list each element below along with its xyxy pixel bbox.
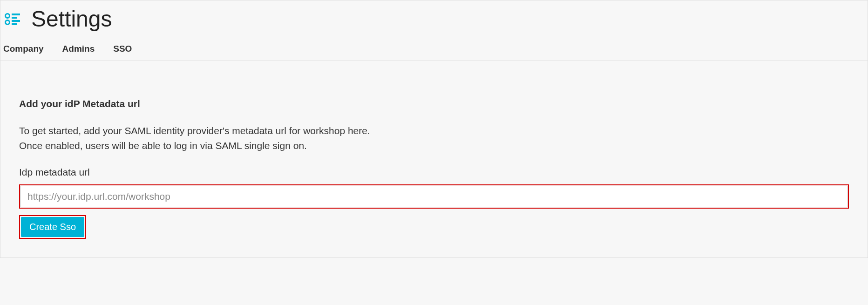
svg-point-0 — [6, 14, 10, 18]
svg-rect-2 — [12, 14, 20, 15]
section-title: Add your idP Metadata url — [19, 98, 849, 109]
content-area: Add your idP Metadata url To get started… — [0, 61, 868, 258]
tabs: Company Admins SSO — [0, 35, 868, 61]
page-title: Settings — [31, 6, 112, 32]
description-line-2: Once enabled, users will be able to log … — [19, 138, 849, 153]
svg-rect-3 — [12, 17, 17, 19]
description-text: To get started, add your SAML identity p… — [19, 123, 849, 153]
tab-company[interactable]: Company — [3, 44, 44, 54]
svg-point-1 — [6, 20, 10, 24]
description-line-1: To get started, add your SAML identity p… — [19, 123, 849, 138]
field-label: Idp metadata url — [19, 167, 849, 178]
idp-metadata-url-input[interactable] — [20, 186, 848, 207]
tab-sso[interactable]: SSO — [113, 44, 132, 54]
input-highlight-wrapper — [19, 184, 849, 209]
button-highlight-wrapper: Create Sso — [19, 215, 86, 239]
create-sso-button[interactable]: Create Sso — [21, 217, 84, 237]
settings-page: Settings Company Admins SSO Add your idP… — [0, 0, 868, 258]
tab-admins[interactable]: Admins — [62, 44, 95, 54]
app-logo-icon — [3, 10, 22, 28]
svg-rect-4 — [12, 20, 20, 22]
page-header: Settings — [0, 0, 868, 35]
svg-rect-5 — [12, 23, 17, 25]
